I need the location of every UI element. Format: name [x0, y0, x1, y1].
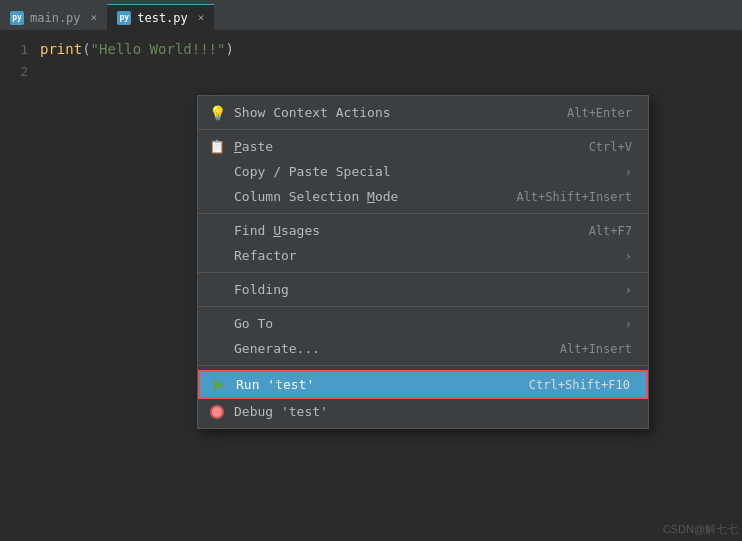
menu-label-copy-paste-special: Copy / Paste Special — [234, 164, 391, 179]
menu-label-debug-test: Debug 'test' — [234, 404, 328, 419]
menu-label-generate: Generate... — [234, 341, 320, 356]
go-to-arrow-icon: › — [625, 317, 632, 331]
menu-shortcut-show-context-actions: Alt+Enter — [567, 106, 632, 120]
tab-main-py-close[interactable]: × — [91, 11, 98, 24]
menu-label-folding: Folding — [234, 282, 289, 297]
separator-1 — [198, 129, 648, 130]
tab-main-py[interactable]: py main.py × — [0, 4, 107, 30]
menu-shortcut-run-test: Ctrl+Shift+F10 — [529, 378, 630, 392]
tab-main-py-label: main.py — [30, 11, 81, 25]
menu-item-run-test[interactable]: Run 'test' Ctrl+Shift+F10 — [198, 370, 648, 399]
menu-shortcut-column-selection-mode: Alt+Shift+Insert — [516, 190, 632, 204]
menu-item-paste[interactable]: 📋 Paste Ctrl+V — [198, 134, 648, 159]
menu-label-go-to: Go To — [234, 316, 273, 331]
separator-2 — [198, 213, 648, 214]
menu-item-refactor[interactable]: Refactor › — [198, 243, 648, 268]
separator-3 — [198, 272, 648, 273]
clipboard-icon: 📋 — [208, 138, 226, 156]
tab-test-py-close[interactable]: × — [198, 11, 205, 24]
menu-item-go-to[interactable]: Go To › — [198, 311, 648, 336]
menu-label-find-usages: Find Usages — [234, 223, 320, 238]
separator-4 — [198, 306, 648, 307]
menu-label-show-context-actions: Show Context Actions — [234, 105, 391, 120]
code-func-print: print — [40, 41, 82, 57]
menu-item-copy-paste-special[interactable]: Copy / Paste Special › — [198, 159, 648, 184]
menu-label-paste: Paste — [234, 139, 273, 154]
line-number-2: 2 — [0, 64, 40, 79]
watermark: CSDN@解七七 — [663, 522, 738, 537]
menu-item-column-selection-mode[interactable]: Column Selection Mode Alt+Shift+Insert — [198, 184, 648, 209]
code-string-hello: "Hello World!!!" — [91, 41, 226, 57]
menu-item-generate[interactable]: Generate... Alt+Insert — [198, 336, 648, 361]
menu-shortcut-find-usages: Alt+F7 — [589, 224, 632, 238]
tab-test-py-label: test.py — [137, 11, 188, 25]
main-py-icon: py — [10, 11, 24, 25]
menu-label-run-test: Run 'test' — [236, 377, 314, 392]
debug-icon — [208, 403, 226, 421]
menu-label-refactor: Refactor — [234, 248, 297, 263]
tab-test-py[interactable]: py test.py × — [107, 4, 214, 30]
menu-shortcut-paste: Ctrl+V — [589, 140, 632, 154]
menu-item-find-usages[interactable]: Find Usages Alt+F7 — [198, 218, 648, 243]
line-number-1: 1 — [0, 42, 40, 57]
refactor-arrow-icon: › — [625, 249, 632, 263]
menu-shortcut-generate: Alt+Insert — [560, 342, 632, 356]
menu-label-column-selection-mode: Column Selection Mode — [234, 189, 398, 204]
test-py-icon: py — [117, 11, 131, 25]
separator-5 — [198, 365, 648, 366]
line-content-1: print("Hello World!!!") — [40, 41, 234, 57]
code-line-1: 1 print("Hello World!!!") — [0, 38, 742, 60]
folding-arrow-icon: › — [625, 283, 632, 297]
tab-bar: py main.py × py test.py × — [0, 0, 742, 30]
copy-paste-special-arrow-icon: › — [625, 165, 632, 179]
code-line-2: 2 — [0, 60, 742, 82]
menu-item-debug-test[interactable]: Debug 'test' — [198, 399, 648, 424]
code-area: 1 print("Hello World!!!") 2 — [0, 30, 742, 90]
menu-item-folding[interactable]: Folding › — [198, 277, 648, 302]
menu-item-show-context-actions[interactable]: 💡 Show Context Actions Alt+Enter — [198, 100, 648, 125]
play-icon — [210, 376, 228, 394]
editor-area: py main.py × py test.py × 1 print("Hello… — [0, 0, 742, 541]
bulb-icon: 💡 — [208, 104, 226, 122]
context-menu: 💡 Show Context Actions Alt+Enter 📋 Paste… — [197, 95, 649, 429]
